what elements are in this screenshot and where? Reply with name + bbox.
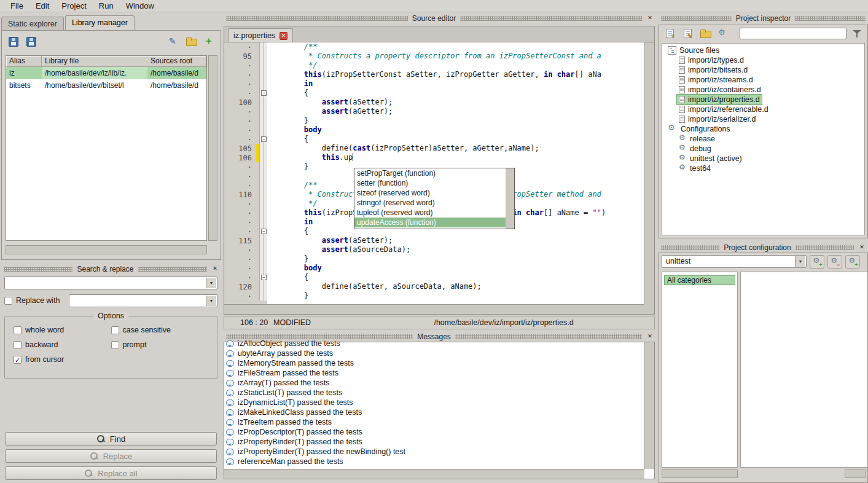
replace-input[interactable]: ▼: [69, 294, 217, 307]
message-item[interactable]: ubyteArray passed the tests: [226, 348, 643, 358]
message-item[interactable]: izMakeLinkedClass passed the tests: [226, 407, 643, 417]
close-icon[interactable]: ✕: [646, 15, 654, 22]
configuration-select[interactable]: unittest ▼: [662, 255, 807, 268]
library-table-vertical-scrollbar[interactable]: [208, 55, 217, 241]
code-line[interactable]: }: [268, 254, 644, 264]
tree-group-source-files[interactable]: Source files: [662, 45, 864, 55]
menu-item-project[interactable]: Project: [56, 1, 92, 11]
inspector-filter-input[interactable]: [740, 28, 846, 39]
add-library-button[interactable]: [201, 34, 216, 49]
menu-item-edit[interactable]: Edit: [30, 1, 55, 11]
close-icon[interactable]: ✕: [211, 265, 219, 273]
tree-node-import-iz-referencable-d[interactable]: import/iz/referencable.d: [662, 104, 864, 114]
chevron-down-icon[interactable]: ▼: [206, 296, 216, 306]
message-item[interactable]: izArray(T) passed the tests: [226, 378, 643, 388]
edit-source-button[interactable]: ✎: [680, 26, 695, 41]
chevron-down-icon[interactable]: ▼: [795, 256, 805, 267]
tree-node-import-iz-serializer-d[interactable]: import/iz/serializer.d: [662, 114, 864, 124]
code-line[interactable]: define(aSetter, aSourceData, aName);: [268, 282, 644, 291]
tree-node-import-iz-containers-d[interactable]: import/iz/containers.d: [662, 85, 864, 95]
message-item[interactable]: izTreeItem passed the tests: [226, 417, 643, 427]
code-line[interactable]: body: [268, 264, 644, 273]
completion-item[interactable]: setter (function): [354, 178, 506, 188]
categories-horizontal-scrollbar[interactable]: [662, 469, 738, 478]
tree-node-import-iz-properties-d[interactable]: import/iz/properties.d: [662, 95, 864, 104]
tab-library-manager[interactable]: Library manager: [65, 15, 135, 30]
replace-all-button[interactable]: Replace all: [5, 466, 217, 480]
code-line[interactable]: assert(aGetter);: [268, 107, 644, 116]
option-case-sensitive[interactable]: case sensitive: [111, 326, 209, 334]
open-library-file-button[interactable]: [184, 34, 198, 49]
message-item[interactable]: izPropertyBinder(T) passed the tests: [226, 437, 643, 447]
tree-node-import-iz-streams-d[interactable]: import/iz/streams.d: [662, 75, 864, 85]
completion-scrollbar[interactable]: [506, 168, 514, 229]
filter-button[interactable]: [850, 26, 864, 41]
code-line[interactable]: {: [268, 88, 644, 98]
tree-group-configurations[interactable]: Configurations: [662, 124, 864, 134]
message-item[interactable]: izDynamicList(T) passed the tests: [226, 398, 643, 407]
tree-node-import-iz-types-d[interactable]: import/iz/types.d: [662, 55, 864, 65]
option-backward[interactable]: backward: [14, 340, 111, 349]
messages-horizontal-scrollbar[interactable]: [224, 469, 644, 479]
code-line[interactable]: }: [268, 291, 644, 300]
edit-alias-button[interactable]: [166, 34, 181, 49]
completion-item[interactable]: stringof (reserved word): [354, 198, 506, 208]
open-folder-button[interactable]: [698, 26, 713, 41]
code-line[interactable]: {: [268, 135, 644, 144]
editor-vertical-scrollbar[interactable]: [644, 42, 654, 304]
completion-item[interactable]: tupleof (reserved word): [354, 208, 506, 218]
fold-collapse-icon[interactable]: −: [261, 229, 267, 234]
fold-collapse-icon[interactable]: −: [261, 136, 267, 142]
add-configuration-button[interactable]: +: [810, 255, 824, 269]
code-line[interactable]: * Constructs a property descriptor from …: [268, 52, 644, 61]
column-header-sources-root[interactable]: Sources root: [147, 56, 206, 67]
code-line[interactable]: this(izPropSetterConst aSetter, izPropGe…: [268, 70, 644, 79]
grid-horizontal-scrollbar[interactable]: [845, 469, 866, 478]
option-whole-word[interactable]: whole word: [14, 326, 111, 334]
editor-horizontal-scrollbar[interactable]: [224, 304, 644, 314]
library-row[interactable]: iz/home/basile/dev/iz/lib/iz./home/basil…: [6, 67, 206, 79]
tree-node-unittest-active[interactable]: unittest (active): [662, 154, 864, 163]
option-prompt[interactable]: prompt: [111, 340, 209, 349]
menu-item-run[interactable]: Run: [93, 1, 119, 11]
code-line[interactable]: assert(aSetter);: [268, 98, 644, 107]
tree-node-import-iz-bitsets-d[interactable]: import/iz/bitsets.d: [662, 65, 864, 75]
close-icon[interactable]: ✕: [858, 244, 866, 251]
remove-configuration-button[interactable]: −: [827, 255, 842, 269]
fold-collapse-icon[interactable]: −: [261, 275, 267, 280]
completion-item[interactable]: setPropTarget (function): [354, 168, 506, 178]
tree-node-release[interactable]: release: [662, 134, 864, 144]
project-options-button[interactable]: [716, 26, 730, 41]
message-item[interactable]: izPropDescriptor(T) passed the tests: [226, 427, 643, 437]
code-line[interactable]: this.up: [268, 153, 644, 162]
fold-collapse-icon[interactable]: −: [261, 90, 267, 96]
close-icon[interactable]: ✕: [646, 333, 654, 340]
message-item[interactable]: izPropertyBinder(T) passed the newBindin…: [226, 447, 643, 457]
save-libraries-button[interactable]: [6, 34, 21, 49]
library-row[interactable]: bitsets/home/basile/dev/bitset/l/home/ba…: [6, 79, 206, 92]
tab-close-icon[interactable]: ✕: [280, 32, 287, 40]
message-item[interactable]: izFileStream passed the tests: [226, 368, 643, 378]
column-header-alias[interactable]: Alias: [6, 56, 42, 67]
chevron-down-icon[interactable]: ▼: [206, 278, 216, 288]
search-input[interactable]: ▼: [4, 277, 217, 289]
clone-configuration-button[interactable]: +: [845, 255, 860, 269]
message-item[interactable]: izMemoryStream passed the tests: [226, 358, 643, 368]
menu-item-window[interactable]: Window: [120, 1, 160, 11]
code-line[interactable]: }: [268, 116, 644, 125]
column-header-library-file[interactable]: Library file: [42, 56, 147, 67]
reload-libraries-button[interactable]: [24, 34, 39, 49]
tab-static-explorer[interactable]: Static explorer: [1, 17, 64, 30]
library-table-horizontal-scrollbar[interactable]: [6, 245, 207, 254]
option-from-cursor[interactable]: ✓from cursor: [14, 355, 111, 364]
tab-iz-properties[interactable]: iz.properties ✕: [228, 28, 293, 42]
message-item[interactable]: izStaticList(T) passed the tests: [226, 388, 643, 398]
find-button[interactable]: Find: [5, 432, 217, 446]
all-categories-item[interactable]: All categories: [664, 275, 735, 285]
code-line[interactable]: /**: [268, 42, 644, 52]
code-line[interactable]: define(cast(izPropSetter)aSetter, aGette…: [268, 144, 644, 153]
completion-item[interactable]: sizeof (reserved word): [354, 188, 506, 198]
code-line[interactable]: {: [268, 273, 644, 282]
message-item[interactable]: referenceMan passed the tests: [226, 457, 643, 466]
menu-item-file[interactable]: File: [5, 1, 29, 11]
